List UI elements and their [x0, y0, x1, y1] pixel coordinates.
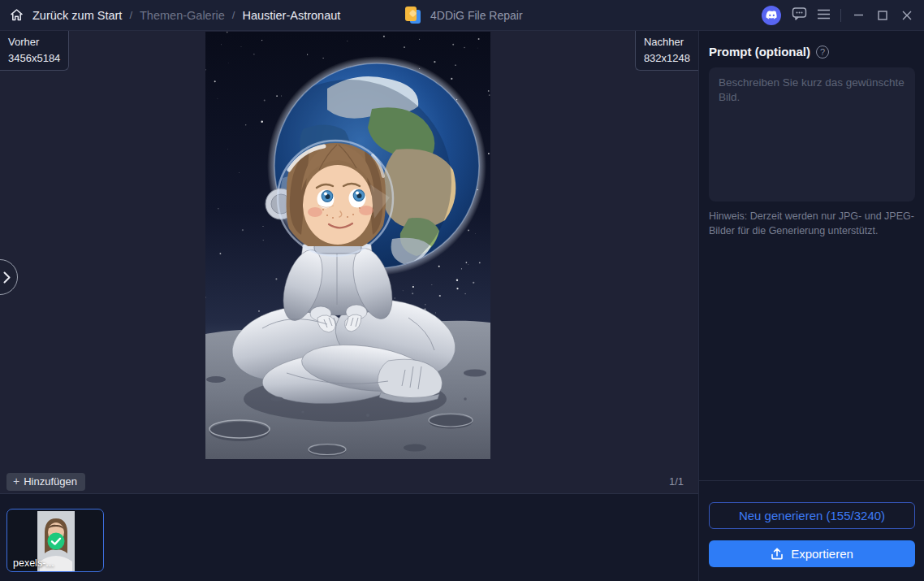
- before-size-badge: Vorher 3456x5184: [0, 31, 69, 71]
- chevron-right-icon: [3, 271, 11, 284]
- breadcrumb: Zurück zum Start / Themen-Galerie / Haus…: [0, 8, 340, 22]
- breadcrumb-current: Haustier-Astronaut: [242, 9, 340, 22]
- collapse-panel-button[interactable]: [0, 259, 18, 295]
- minimize-icon: [853, 10, 864, 20]
- add-image-label: Hinzufügen: [24, 475, 77, 488]
- titlebar-divider: [840, 9, 841, 22]
- regenerate-label: Neu generieren (155/3240): [739, 509, 885, 522]
- add-image-button[interactable]: + Hinzufügen: [6, 473, 85, 491]
- maximize-button[interactable]: [870, 0, 895, 31]
- discord-button[interactable]: [756, 0, 787, 31]
- prompt-title: Prompt (optional): [709, 45, 810, 59]
- breadcrumb-separator-2: /: [232, 9, 235, 21]
- image-canvas: Vorher 3456x5184 Nachher 832x1248: [0, 31, 698, 470]
- thumbnail-item[interactable]: pexels-...: [6, 509, 104, 572]
- export-label: Exportieren: [791, 547, 853, 561]
- thumbnail-filename: pexels-...: [13, 557, 54, 569]
- menu-button[interactable]: [811, 0, 835, 31]
- breadcrumb-separator: /: [129, 9, 132, 21]
- app-title: 4DDiG File Repair: [430, 9, 523, 22]
- prompt-panel: Prompt (optional) ? Hinweis: Derzeit wer…: [698, 31, 924, 581]
- format-hint: Hinweis: Derzeit werden nur JPG- und JPE…: [709, 210, 914, 239]
- preview-image: [205, 32, 490, 459]
- hamburger-icon: [817, 8, 831, 23]
- close-button[interactable]: [895, 0, 919, 31]
- prompt-header: Prompt (optional) ?: [699, 31, 924, 59]
- feedback-button[interactable]: [787, 0, 811, 31]
- selected-check-icon: [47, 532, 65, 550]
- panel-footer: Neu generieren (155/3240) Exportieren: [699, 480, 924, 581]
- app-logo-icon: [405, 7, 421, 24]
- titlebar: Zurück zum Start / Themen-Galerie / Haus…: [0, 0, 924, 31]
- filmstrip-toolbar: + Hinzufügen 1/1: [0, 470, 698, 494]
- export-icon: [771, 548, 784, 560]
- after-label: Nachher: [644, 34, 690, 50]
- maximize-icon: [878, 11, 887, 20]
- app-title-group: 4DDiG File Repair: [405, 0, 523, 31]
- image-counter: 1/1: [669, 475, 684, 488]
- discord-icon: [762, 6, 781, 25]
- after-size-badge: Nachher 832x1248: [635, 31, 698, 71]
- before-size: 3456x5184: [8, 50, 60, 67]
- filmstrip: pexels-...: [0, 495, 698, 581]
- breadcrumb-gallery[interactable]: Themen-Galerie: [140, 9, 225, 22]
- plus-icon: +: [13, 475, 19, 488]
- titlebar-controls: [756, 0, 924, 31]
- regenerate-button[interactable]: Neu generieren (155/3240): [709, 502, 915, 529]
- chat-bubble-icon: [792, 7, 807, 24]
- close-icon: [902, 11, 912, 20]
- prompt-input[interactable]: [709, 67, 915, 202]
- minimize-button[interactable]: [846, 0, 870, 31]
- help-icon[interactable]: ?: [816, 46, 829, 59]
- before-label: Vorher: [8, 34, 60, 50]
- after-size: 832x1248: [644, 50, 690, 67]
- breadcrumb-back[interactable]: Zurück zum Start: [32, 9, 122, 22]
- home-icon[interactable]: [10, 8, 24, 22]
- export-button[interactable]: Exportieren: [709, 540, 915, 567]
